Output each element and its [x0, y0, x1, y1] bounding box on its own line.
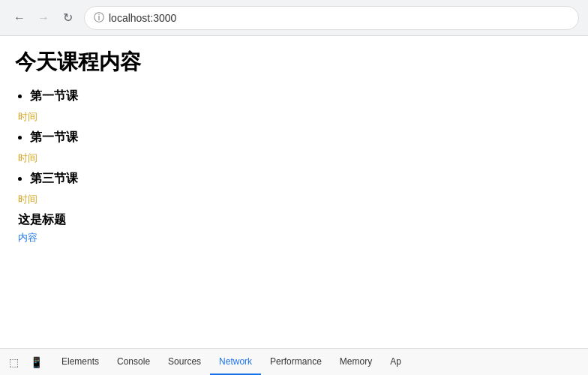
lesson-list-3: 第三节课 — [15, 171, 573, 187]
devtools-tab-sources[interactable]: Sources — [159, 349, 210, 375]
section-content: 内容 — [18, 231, 573, 244]
page-content: 今天课程内容 第一节课 时间 第一节课 时间 第三节课 时间 这是标题 内容 — [0, 36, 588, 348]
browser-chrome: ← → ↻ ⓘ localhost:3000 — [0, 0, 588, 36]
lesson-time-3: 时间 — [18, 193, 573, 206]
devtools-bar: ⬚ 📱 Elements Console Sources Network Per… — [0, 348, 588, 375]
nav-buttons: ← → ↻ — [9, 8, 78, 28]
devtools-device-icon[interactable]: 📱 — [26, 352, 46, 373]
devtools-tab-console[interactable]: Console — [108, 349, 159, 375]
lesson-item-1: 第一节课 — [30, 88, 573, 104]
lesson-list-2: 第一节课 — [15, 130, 573, 146]
devtools-tab-network[interactable]: Network — [210, 349, 261, 375]
back-button[interactable]: ← — [9, 8, 30, 28]
address-bar[interactable]: ⓘ localhost:3000 — [84, 6, 579, 30]
devtools-tab-elements[interactable]: Elements — [52, 349, 108, 375]
lesson-item-2: 第一节课 — [30, 130, 573, 146]
url-text: localhost:3000 — [109, 12, 176, 24]
forward-button[interactable]: → — [33, 8, 54, 28]
devtools-tab-application[interactable]: Ap — [381, 349, 410, 375]
refresh-button[interactable]: ↻ — [57, 8, 78, 28]
devtools-tab-memory[interactable]: Memory — [331, 349, 381, 375]
lesson-list-1: 第一节课 — [15, 88, 573, 104]
lesson-time-2: 时间 — [18, 152, 573, 165]
devtools-icons: ⬚ 📱 — [3, 352, 46, 373]
devtools-tab-performance[interactable]: Performance — [261, 349, 331, 375]
devtools-inspect-icon[interactable]: ⬚ — [3, 352, 24, 373]
lesson-time-1: 时间 — [18, 110, 573, 124]
devtools-tabs: Elements Console Sources Network Perform… — [52, 349, 410, 375]
section-title: 这是标题 — [18, 212, 573, 228]
info-icon: ⓘ — [94, 11, 104, 25]
lesson-item-3: 第三节课 — [30, 171, 573, 187]
page-title: 今天课程内容 — [15, 48, 573, 76]
